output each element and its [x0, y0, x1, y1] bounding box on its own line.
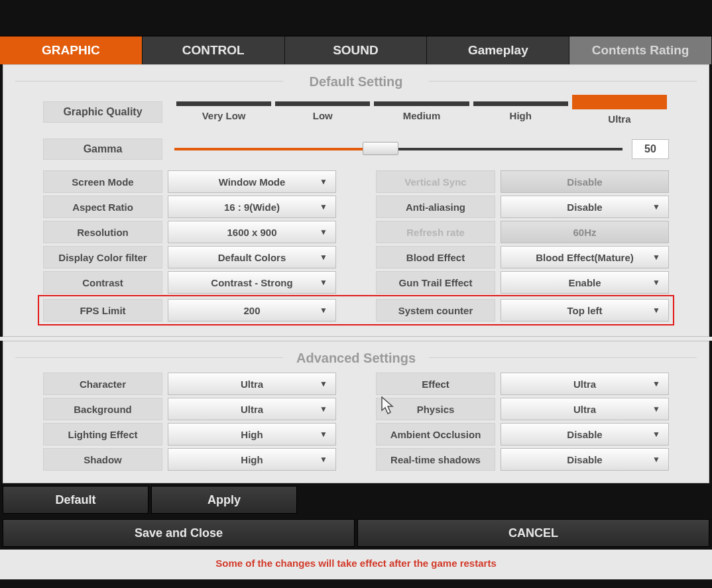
shadow-label: Shadow [43, 448, 162, 471]
gamma-slider[interactable] [174, 146, 623, 152]
quality-ultra[interactable]: Ultra [608, 113, 630, 125]
advanced-settings-grid: Character Ultra▼ Background Ultra▼ Light… [43, 373, 669, 471]
chevron-down-icon: ▼ [320, 202, 327, 211]
tab-gameplay[interactable]: Gameplay [427, 36, 569, 64]
chevron-down-icon: ▼ [320, 177, 327, 186]
chevron-down-icon: ▼ [320, 278, 327, 287]
apply-button[interactable]: Apply [151, 486, 297, 514]
quality-medium[interactable]: Medium [403, 110, 441, 121]
gamma-row: Gamma 50 [43, 139, 669, 160]
small-buttons: Default Apply [0, 483, 712, 516]
guntrail-label: Gun Trail Effect [376, 271, 495, 294]
colorfilter-dropdown[interactable]: Default Colors▼ [168, 246, 336, 268]
restart-warning: Some of the changes will take effect aft… [0, 550, 712, 579]
background-dropdown[interactable]: Ultra▼ [168, 398, 336, 420]
window-titlebar [0, 0, 712, 36]
chevron-down-icon: ▼ [652, 379, 660, 388]
highlight-row: FPS Limit 200▼ System counter Top left▼ [38, 295, 674, 325]
chevron-down-icon: ▼ [652, 278, 660, 287]
chevron-down-icon: ▼ [320, 404, 327, 414]
tab-sound[interactable]: SOUND [285, 36, 428, 64]
character-label: Character [43, 373, 162, 395]
aspect-dropdown[interactable]: 16 : 9(Wide)▼ [168, 196, 336, 218]
confirm-buttons: Save and Close CANCEL [0, 516, 712, 550]
chevron-down-icon: ▼ [320, 430, 327, 439]
chevron-down-icon: ▼ [652, 430, 660, 439]
chevron-down-icon: ▼ [320, 379, 327, 388]
quality-low[interactable]: Low [313, 110, 333, 121]
background-label: Background [43, 398, 162, 420]
shadow-dropdown[interactable]: High▼ [168, 448, 336, 471]
chevron-down-icon: ▼ [320, 253, 327, 262]
rts-dropdown[interactable]: Disable▼ [501, 448, 669, 471]
blood-dropdown[interactable]: Blood Effect(Mature)▼ [501, 246, 669, 268]
section-title-advanced: Advanced Settings [3, 341, 709, 373]
graphic-quality-row: Graphic Quality Very Low Low Medium High… [43, 100, 669, 124]
chevron-down-icon: ▼ [652, 404, 660, 414]
chevron-down-icon: ▼ [320, 306, 327, 315]
fpslimit-label: FPS Limit [43, 299, 162, 322]
aspect-label: Aspect Ratio [43, 196, 162, 218]
contrast-label: Contrast [43, 271, 162, 294]
default-panel: Default Setting Graphic Quality Very Low… [3, 64, 709, 337]
chevron-down-icon: ▼ [320, 227, 327, 237]
rts-label: Real-time shadows [376, 448, 495, 471]
syscounter-dropdown[interactable]: Top left▼ [501, 299, 669, 322]
colorfilter-label: Display Color filter [43, 246, 162, 268]
refresh-label: Refresh rate [376, 221, 495, 243]
contrast-dropdown[interactable]: Contrast - Strong▼ [168, 271, 336, 294]
resolution-dropdown[interactable]: 1600 x 900▼ [168, 221, 336, 243]
tabs: GRAPHIC CONTROL SOUND Gameplay Contents … [0, 36, 712, 64]
default-settings-grid: Screen Mode Window Mode▼ Aspect Ratio 16… [43, 170, 669, 294]
effect-dropdown[interactable]: Ultra▼ [501, 373, 669, 395]
settings-window: GRAPHIC CONTROL SOUND Gameplay Contents … [0, 0, 712, 588]
effect-label: Effect [376, 373, 495, 395]
lighting-label: Lighting Effect [43, 423, 162, 445]
graphic-quality-label: Graphic Quality [43, 101, 162, 123]
quality-verylow[interactable]: Very Low [202, 110, 246, 121]
chevron-down-icon: ▼ [652, 455, 660, 464]
ao-label: Ambient Occlusion [376, 423, 495, 445]
ao-dropdown[interactable]: Disable▼ [501, 423, 669, 445]
refresh-dropdown: 60Hz [501, 221, 669, 243]
blood-label: Blood Effect [376, 246, 495, 268]
syscounter-label: System counter [376, 299, 495, 322]
tab-control[interactable]: CONTROL [143, 36, 285, 64]
lighting-dropdown[interactable]: High▼ [168, 423, 336, 445]
default-button[interactable]: Default [3, 486, 148, 514]
tab-rating[interactable]: Contents Rating [569, 36, 712, 64]
cancel-button[interactable]: CANCEL [357, 519, 709, 547]
aa-dropdown[interactable]: Disable▼ [501, 196, 669, 218]
gamma-label: Gamma [43, 139, 162, 160]
gamma-value[interactable]: 50 [632, 139, 669, 159]
physics-label: Physics [376, 398, 495, 420]
chevron-down-icon: ▼ [652, 202, 660, 211]
vsync-label: Vertical Sync [376, 170, 495, 193]
screen-mode-dropdown[interactable]: Window Mode▼ [168, 170, 336, 193]
quality-high[interactable]: High [510, 110, 532, 121]
vsync-dropdown: Disable [501, 170, 669, 193]
chevron-down-icon: ▼ [320, 455, 327, 464]
fpslimit-dropdown[interactable]: 200▼ [168, 299, 336, 322]
section-title-default: Default Setting [3, 65, 709, 96]
screen-mode-label: Screen Mode [43, 170, 162, 193]
resolution-label: Resolution [43, 221, 162, 243]
advanced-panel: Advanced Settings Character Ultra▼ Backg… [3, 341, 709, 483]
physics-dropdown[interactable]: Ultra▼ [501, 398, 669, 420]
save-button[interactable]: Save and Close [3, 519, 355, 547]
character-dropdown[interactable]: Ultra▼ [168, 373, 336, 395]
guntrail-dropdown[interactable]: Enable▼ [501, 271, 669, 294]
chevron-down-icon: ▼ [652, 253, 660, 262]
aa-label: Anti-aliasing [376, 196, 495, 218]
tab-graphic[interactable]: GRAPHIC [0, 36, 143, 64]
chevron-down-icon: ▼ [652, 306, 660, 315]
graphic-quality-bar[interactable]: Very Low Low Medium High Ultra [174, 100, 669, 124]
